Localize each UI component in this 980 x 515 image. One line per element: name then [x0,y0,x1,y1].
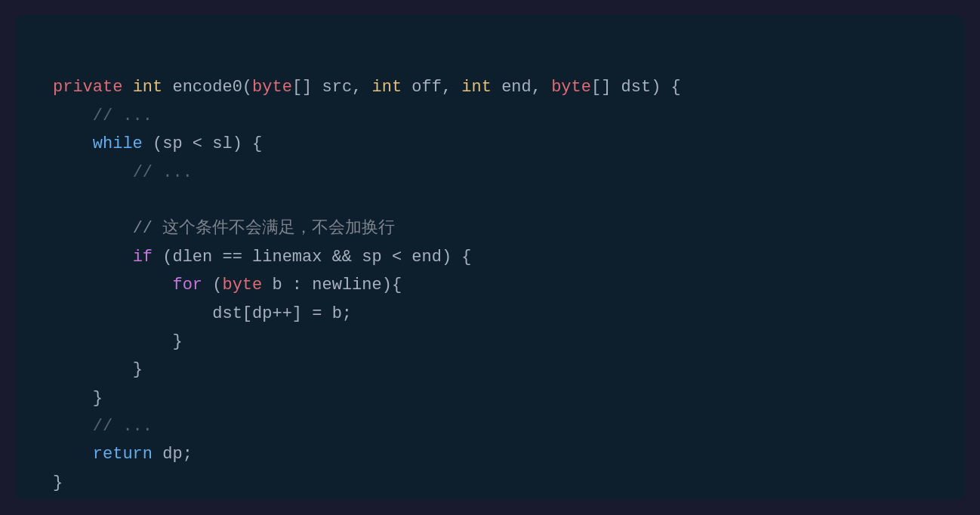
line-5 [53,191,63,210]
line-8: for (byte b : newline){ [53,276,402,295]
line-9: dst[dp++] = b; [53,304,352,323]
line-15: } [53,473,63,492]
line-13: // ... [53,417,153,436]
code-block: private int encode0(byte[] src, int off,… [53,45,927,500]
line-12: } [53,389,103,408]
line-2: // ... [53,106,153,125]
line-4: // ... [53,163,193,182]
line-14: return dp; [53,445,193,464]
line-6: // 这个条件不会满足，不会加换行 [53,219,395,238]
line-10: } [53,332,183,351]
line-7: if (dlen == linemax && sp < end) { [53,248,472,267]
line-3: while (sp < sl) { [53,134,262,153]
code-window: private int encode0(byte[] src, int off,… [15,15,965,500]
line-11: } [53,360,143,379]
line-1: private int encode0(byte[] src, int off,… [53,78,681,97]
